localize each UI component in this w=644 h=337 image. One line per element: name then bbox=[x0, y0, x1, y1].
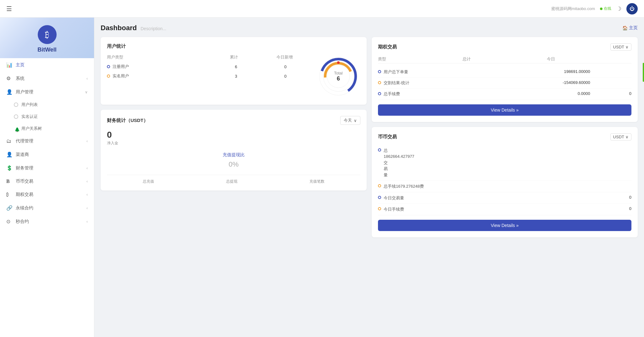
green-bar-accent bbox=[643, 63, 644, 82]
sidebar-label-agent-mgmt: 代理管理 bbox=[16, 138, 86, 144]
finance-net-section: 0 净入金 bbox=[107, 130, 360, 146]
user-stats-table: 用户类型 累计 今日新增 注册用户 6 0 bbox=[107, 54, 310, 83]
recharge-count-label: 充值笔数 bbox=[309, 179, 325, 184]
coin-row-2: 今日交易量 0 bbox=[378, 192, 631, 204]
recharge-ratio-section: 充值提现比 0% bbox=[107, 152, 360, 168]
coin-val-2: 0 bbox=[532, 195, 631, 200]
coin-label-2: 今日交易量 bbox=[384, 195, 532, 201]
finance-header: 财务统计（USDT） 今天 ∨ bbox=[107, 116, 360, 125]
sidebar-item-finance-mgmt[interactable]: 💲 财务管理 ‹ bbox=[0, 161, 94, 175]
main-content: Dashboard Description... 🏠 主页 用户统计 用户类型 bbox=[94, 18, 644, 337]
sidebar-item-user-tree[interactable]: 🌲 用户关系树 bbox=[14, 123, 94, 135]
page-title: Dashboard bbox=[101, 24, 137, 32]
futures-label-1: 交割结果-统计 bbox=[384, 80, 508, 86]
power-button[interactable]: ⏻ bbox=[626, 3, 638, 14]
recharge-ratio-value: 0% bbox=[107, 160, 360, 168]
futures-row-2: 总手续费 0.0000 0 bbox=[378, 89, 631, 100]
futures-dot-2 bbox=[378, 92, 381, 95]
coin-row-3: 今日手续费 0 bbox=[378, 204, 631, 215]
sidebar-item-perpetual[interactable]: 🔗 永续合约 ‹ bbox=[0, 201, 94, 215]
coin-dot-0 bbox=[378, 148, 381, 152]
futures-th-type: 类型 bbox=[378, 56, 463, 62]
chevron-right-icon-7: ‹ bbox=[86, 219, 88, 224]
moon-icon[interactable]: ☽ bbox=[616, 5, 621, 12]
blue-dot-registered bbox=[107, 65, 110, 68]
finance-footer: 总充值 总提现 充值笔数 bbox=[107, 175, 360, 184]
stats-header: 用户类型 累计 今日新增 bbox=[107, 54, 310, 60]
tree-icon: 🌲 bbox=[14, 126, 18, 131]
status-online: 在线 bbox=[600, 6, 611, 11]
recharge-count: 充值笔数 bbox=[309, 179, 325, 184]
futures-val-2: 0.0000 bbox=[508, 91, 590, 96]
coin-label-3: 今日手续费 bbox=[384, 206, 532, 213]
sidebar-label-user-tree: 用户关系树 bbox=[21, 126, 42, 131]
coin-dot-3 bbox=[378, 207, 381, 210]
futures-currency-label: USDT bbox=[613, 45, 624, 49]
breadcrumb-home[interactable]: 🏠 主页 bbox=[622, 25, 638, 31]
sidebar-label-finance-mgmt: 财务管理 bbox=[16, 165, 86, 171]
futures-label-0: 用户总下单量 bbox=[384, 69, 508, 75]
futures-currency-selector[interactable]: USDT ∨ bbox=[610, 43, 631, 51]
sidebar-label-futures: 期权交易 bbox=[16, 192, 86, 197]
donut-total-label: Total bbox=[334, 71, 342, 75]
donut-center: Total 6 bbox=[334, 71, 342, 82]
futures-title: 期权交易 bbox=[378, 44, 397, 50]
chevron-down-icon-2: ∨ bbox=[625, 45, 629, 49]
right-panels: 期权交易 USDT ∨ 类型 总计 今日 用户总下单量 bbox=[372, 37, 638, 237]
sidebar-label-coin-trade: 币币交易 bbox=[16, 179, 86, 184]
net-inflow-value: 0 bbox=[107, 130, 360, 140]
coin-label-0: 总1862664.427977交易量 bbox=[384, 147, 532, 178]
sidebar-item-agent-mgmt[interactable]: 🗂 代理管理 ‹ bbox=[0, 135, 94, 148]
futures-val-1: -154069.60000 bbox=[508, 80, 590, 85]
status-dot bbox=[600, 8, 602, 10]
sidebar-item-real-name[interactable]: 实名认证 bbox=[14, 111, 94, 123]
futures-th-total: 总计 bbox=[463, 56, 547, 62]
futures-dot-1 bbox=[378, 81, 381, 84]
net-inflow-label: 净入金 bbox=[107, 141, 360, 146]
brand-name: BitWell bbox=[37, 47, 57, 53]
agent-mgmt-icon: 🗂 bbox=[6, 138, 13, 144]
cards-row: 用户统计 用户类型 累计 今日新增 注册用户 6 bbox=[101, 37, 638, 237]
sub-dot-real-name bbox=[14, 114, 18, 119]
futures-view-details-button[interactable]: View Details » bbox=[378, 104, 631, 116]
futures-row-0: 用户总下单量 198691.00000 bbox=[378, 67, 631, 78]
finance-icon: 💲 bbox=[6, 165, 13, 171]
sidebar-item-user-list[interactable]: 用户列表 bbox=[14, 99, 94, 111]
sidebar-label-user-mgmt: 用户管理 bbox=[16, 89, 85, 95]
registered-today: 0 bbox=[261, 64, 310, 69]
user-mgmt-icon: 👤 bbox=[6, 89, 13, 95]
sidebar-item-channel[interactable]: 👤 渠道商 bbox=[0, 148, 94, 161]
finance-stats-card: 财务统计（USDT） 今天 ∨ 0 净入金 充值提现比 0% bbox=[101, 110, 367, 191]
coin-currency-selector[interactable]: USDT ∨ bbox=[610, 133, 631, 141]
user-stats-card: 用户统计 用户类型 累计 今日新增 注册用户 6 bbox=[101, 37, 367, 105]
sidebar-item-coin-trade[interactable]: B 币币交易 ‹ bbox=[0, 175, 94, 188]
page-title-area: Dashboard Description... bbox=[101, 24, 166, 32]
orange-dot-verified bbox=[107, 75, 110, 78]
sidebar-item-second-contract[interactable]: ⊙ 秒合约 ‹ bbox=[0, 215, 94, 228]
user-stats-content: 用户类型 累计 今日新增 注册用户 6 0 bbox=[107, 54, 360, 98]
futures-icon: ₿ bbox=[6, 192, 13, 197]
user-stats-title: 用户统计 bbox=[107, 43, 360, 49]
channel-icon: 👤 bbox=[6, 152, 13, 157]
menu-icon[interactable]: ☰ bbox=[6, 5, 12, 13]
sidebar-item-system[interactable]: ⚙ 系统 ‹ bbox=[0, 72, 94, 85]
futures-label-2: 总手续费 bbox=[384, 91, 508, 97]
futures-card: 期权交易 USDT ∨ 类型 总计 今日 用户总下单量 bbox=[372, 37, 638, 122]
sidebar-item-home[interactable]: 📊 主页 bbox=[0, 58, 94, 72]
sidebar-item-futures[interactable]: ₿ 期权交易 ‹ bbox=[0, 188, 94, 201]
sidebar-label-system: 系统 bbox=[16, 76, 86, 81]
chevron-down-icon-3: ∨ bbox=[625, 135, 629, 139]
user-mgmt-submenu: 用户列表 实名认证 🌲 用户关系树 bbox=[0, 99, 94, 135]
page-header: Dashboard Description... 🏠 主页 bbox=[101, 24, 638, 32]
period-selector[interactable]: 今天 ∨ bbox=[340, 116, 360, 125]
chevron-right-icon: ‹ bbox=[86, 76, 88, 81]
breadcrumb-label: 主页 bbox=[629, 25, 638, 31]
sidebar-label-real-name: 实名认证 bbox=[21, 114, 38, 119]
coin-view-details-button[interactable]: View Details » bbox=[378, 220, 631, 231]
coin-trade-card: 币币交易 USDT ∨ 总1862664.427977交易量 bbox=[372, 127, 638, 237]
coin-title: 币币交易 bbox=[378, 134, 397, 140]
sidebar-label-user-list: 用户列表 bbox=[21, 102, 38, 108]
sidebar-item-user-mgmt[interactable]: 👤 用户管理 ∨ bbox=[0, 85, 94, 99]
futures-today-2: 0 bbox=[590, 91, 631, 96]
home-icon: 📊 bbox=[6, 62, 13, 68]
